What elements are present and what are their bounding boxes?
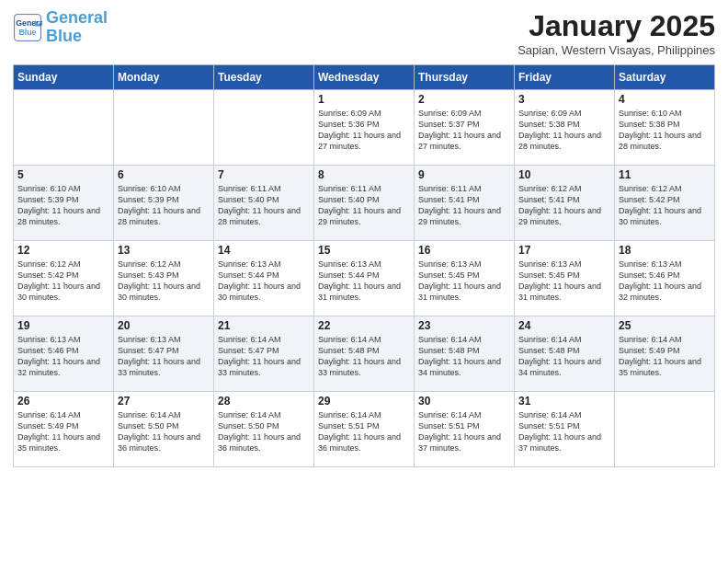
day-info: Sunrise: 6:14 AM Sunset: 5:47 PM Dayligh… bbox=[218, 334, 310, 379]
day-number: 21 bbox=[218, 319, 310, 332]
day-number: 6 bbox=[118, 168, 210, 181]
day-number: 22 bbox=[318, 319, 410, 332]
location-subtitle: Sapian, Western Visayas, Philippines bbox=[518, 43, 715, 57]
day-cell-2: 2Sunrise: 6:09 AM Sunset: 5:37 PM Daylig… bbox=[415, 90, 515, 166]
day-info: Sunrise: 6:14 AM Sunset: 5:51 PM Dayligh… bbox=[418, 409, 510, 454]
title-block: January 2025 Sapian, Western Visayas, Ph… bbox=[518, 9, 715, 57]
weekday-header-friday: Friday bbox=[515, 65, 615, 90]
day-cell-3: 3Sunrise: 6:09 AM Sunset: 5:38 PM Daylig… bbox=[515, 90, 615, 166]
day-number: 13 bbox=[118, 244, 210, 257]
day-cell-9: 9Sunrise: 6:11 AM Sunset: 5:41 PM Daylig… bbox=[415, 166, 515, 241]
day-cell-22: 22Sunrise: 6:14 AM Sunset: 5:48 PM Dayli… bbox=[314, 316, 415, 392]
weekday-header-saturday: Saturday bbox=[615, 65, 715, 90]
day-number: 25 bbox=[619, 319, 711, 332]
day-number: 15 bbox=[318, 244, 410, 257]
empty-cell bbox=[615, 392, 715, 467]
day-cell-19: 19Sunrise: 6:13 AM Sunset: 5:46 PM Dayli… bbox=[14, 316, 114, 392]
day-cell-25: 25Sunrise: 6:14 AM Sunset: 5:49 PM Dayli… bbox=[615, 316, 715, 392]
day-info: Sunrise: 6:14 AM Sunset: 5:48 PM Dayligh… bbox=[518, 334, 610, 379]
day-number: 3 bbox=[518, 93, 610, 106]
day-number: 31 bbox=[518, 395, 610, 408]
page: General Blue GeneralBlue January 2025 Sa… bbox=[0, 0, 728, 563]
week-row-3: 12Sunrise: 6:12 AM Sunset: 5:42 PM Dayli… bbox=[14, 241, 715, 316]
day-cell-26: 26Sunrise: 6:14 AM Sunset: 5:49 PM Dayli… bbox=[14, 392, 114, 467]
day-info: Sunrise: 6:11 AM Sunset: 5:40 PM Dayligh… bbox=[318, 183, 410, 228]
day-cell-20: 20Sunrise: 6:13 AM Sunset: 5:47 PM Dayli… bbox=[114, 316, 214, 392]
day-info: Sunrise: 6:10 AM Sunset: 5:39 PM Dayligh… bbox=[17, 183, 109, 228]
day-info: Sunrise: 6:09 AM Sunset: 5:37 PM Dayligh… bbox=[418, 108, 510, 153]
day-cell-14: 14Sunrise: 6:13 AM Sunset: 5:44 PM Dayli… bbox=[214, 241, 314, 316]
logo: General Blue GeneralBlue bbox=[13, 9, 108, 46]
day-cell-7: 7Sunrise: 6:11 AM Sunset: 5:40 PM Daylig… bbox=[214, 166, 314, 241]
header: General Blue GeneralBlue January 2025 Sa… bbox=[13, 9, 715, 57]
day-info: Sunrise: 6:12 AM Sunset: 5:41 PM Dayligh… bbox=[518, 183, 610, 228]
day-info: Sunrise: 6:14 AM Sunset: 5:50 PM Dayligh… bbox=[118, 409, 210, 454]
day-number: 27 bbox=[118, 395, 210, 408]
day-number: 16 bbox=[418, 244, 510, 257]
day-info: Sunrise: 6:13 AM Sunset: 5:44 PM Dayligh… bbox=[218, 259, 310, 304]
day-cell-28: 28Sunrise: 6:14 AM Sunset: 5:50 PM Dayli… bbox=[214, 392, 314, 467]
day-cell-30: 30Sunrise: 6:14 AM Sunset: 5:51 PM Dayli… bbox=[415, 392, 515, 467]
day-info: Sunrise: 6:14 AM Sunset: 5:51 PM Dayligh… bbox=[318, 409, 410, 454]
weekday-header-tuesday: Tuesday bbox=[214, 65, 314, 90]
day-number: 26 bbox=[17, 395, 109, 408]
logo-icon: General Blue bbox=[13, 13, 42, 42]
day-number: 11 bbox=[619, 168, 711, 181]
empty-cell bbox=[114, 90, 214, 166]
empty-cell bbox=[14, 90, 114, 166]
weekday-header-monday: Monday bbox=[114, 65, 214, 90]
day-cell-15: 15Sunrise: 6:13 AM Sunset: 5:44 PM Dayli… bbox=[314, 241, 415, 316]
day-info: Sunrise: 6:13 AM Sunset: 5:44 PM Dayligh… bbox=[318, 259, 410, 304]
svg-text:Blue: Blue bbox=[18, 28, 36, 37]
day-number: 12 bbox=[17, 244, 109, 257]
month-title: January 2025 bbox=[518, 9, 715, 43]
day-cell-1: 1Sunrise: 6:09 AM Sunset: 5:36 PM Daylig… bbox=[314, 90, 415, 166]
day-number: 29 bbox=[318, 395, 410, 408]
day-info: Sunrise: 6:11 AM Sunset: 5:40 PM Dayligh… bbox=[218, 183, 310, 228]
day-info: Sunrise: 6:12 AM Sunset: 5:42 PM Dayligh… bbox=[619, 183, 711, 228]
week-row-1: 1Sunrise: 6:09 AM Sunset: 5:36 PM Daylig… bbox=[14, 90, 715, 166]
day-number: 1 bbox=[318, 93, 410, 106]
day-info: Sunrise: 6:14 AM Sunset: 5:49 PM Dayligh… bbox=[17, 409, 109, 454]
day-info: Sunrise: 6:10 AM Sunset: 5:39 PM Dayligh… bbox=[118, 183, 210, 228]
day-number: 4 bbox=[619, 93, 711, 106]
day-info: Sunrise: 6:12 AM Sunset: 5:43 PM Dayligh… bbox=[118, 259, 210, 304]
day-cell-27: 27Sunrise: 6:14 AM Sunset: 5:50 PM Dayli… bbox=[114, 392, 214, 467]
day-cell-8: 8Sunrise: 6:11 AM Sunset: 5:40 PM Daylig… bbox=[314, 166, 415, 241]
day-info: Sunrise: 6:14 AM Sunset: 5:48 PM Dayligh… bbox=[418, 334, 510, 379]
day-cell-10: 10Sunrise: 6:12 AM Sunset: 5:41 PM Dayli… bbox=[515, 166, 615, 241]
empty-cell bbox=[214, 90, 314, 166]
svg-text:General: General bbox=[16, 18, 42, 28]
day-info: Sunrise: 6:13 AM Sunset: 5:46 PM Dayligh… bbox=[17, 334, 109, 379]
day-info: Sunrise: 6:10 AM Sunset: 5:38 PM Dayligh… bbox=[619, 108, 711, 153]
day-cell-18: 18Sunrise: 6:13 AM Sunset: 5:46 PM Dayli… bbox=[615, 241, 715, 316]
day-number: 23 bbox=[418, 319, 510, 332]
day-cell-23: 23Sunrise: 6:14 AM Sunset: 5:48 PM Dayli… bbox=[415, 316, 515, 392]
weekday-header-wednesday: Wednesday bbox=[314, 65, 415, 90]
day-cell-24: 24Sunrise: 6:14 AM Sunset: 5:48 PM Dayli… bbox=[515, 316, 615, 392]
day-number: 14 bbox=[218, 244, 310, 257]
day-number: 20 bbox=[118, 319, 210, 332]
day-cell-31: 31Sunrise: 6:14 AM Sunset: 5:51 PM Dayli… bbox=[515, 392, 615, 467]
day-number: 18 bbox=[619, 244, 711, 257]
day-number: 9 bbox=[418, 168, 510, 181]
day-number: 8 bbox=[318, 168, 410, 181]
day-info: Sunrise: 6:09 AM Sunset: 5:38 PM Dayligh… bbox=[518, 108, 610, 153]
day-info: Sunrise: 6:14 AM Sunset: 5:50 PM Dayligh… bbox=[218, 409, 310, 454]
day-info: Sunrise: 6:09 AM Sunset: 5:36 PM Dayligh… bbox=[318, 108, 410, 153]
weekday-header-sunday: Sunday bbox=[14, 65, 114, 90]
week-row-2: 5Sunrise: 6:10 AM Sunset: 5:39 PM Daylig… bbox=[14, 166, 715, 241]
day-cell-13: 13Sunrise: 6:12 AM Sunset: 5:43 PM Dayli… bbox=[114, 241, 214, 316]
day-number: 28 bbox=[218, 395, 310, 408]
week-row-5: 26Sunrise: 6:14 AM Sunset: 5:49 PM Dayli… bbox=[14, 392, 715, 467]
calendar-table: SundayMondayTuesdayWednesdayThursdayFrid… bbox=[13, 64, 715, 467]
day-cell-16: 16Sunrise: 6:13 AM Sunset: 5:45 PM Dayli… bbox=[415, 241, 515, 316]
day-number: 2 bbox=[418, 93, 510, 106]
day-cell-4: 4Sunrise: 6:10 AM Sunset: 5:38 PM Daylig… bbox=[615, 90, 715, 166]
weekday-header-thursday: Thursday bbox=[415, 65, 515, 90]
day-number: 19 bbox=[17, 319, 109, 332]
day-cell-29: 29Sunrise: 6:14 AM Sunset: 5:51 PM Dayli… bbox=[314, 392, 415, 467]
logo-wordmark: GeneralBlue bbox=[46, 9, 108, 46]
day-cell-11: 11Sunrise: 6:12 AM Sunset: 5:42 PM Dayli… bbox=[615, 166, 715, 241]
day-info: Sunrise: 6:13 AM Sunset: 5:47 PM Dayligh… bbox=[118, 334, 210, 379]
